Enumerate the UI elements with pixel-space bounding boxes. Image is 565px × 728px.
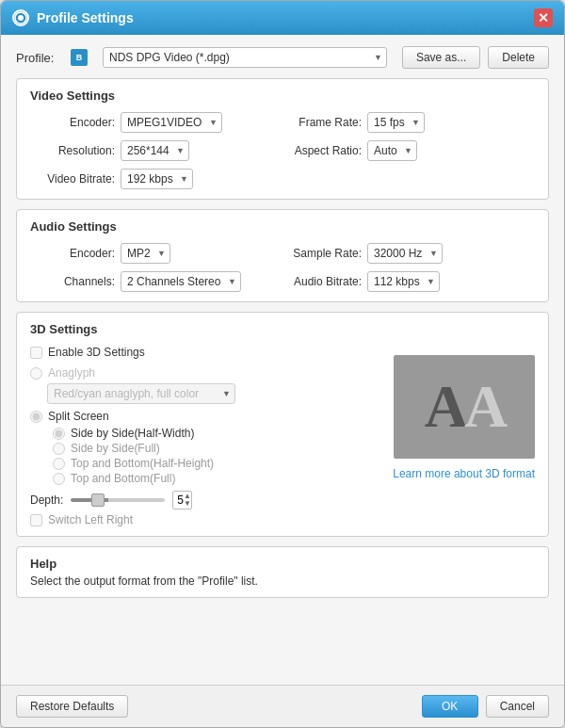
side-by-side-half-label: Side by Side(Half-Width) bbox=[71, 427, 194, 440]
restore-defaults-button[interactable]: Restore Defaults bbox=[16, 695, 128, 718]
preview-column: AA Learn more about 3D format bbox=[393, 346, 535, 526]
side-by-side-full-radio[interactable] bbox=[53, 443, 65, 455]
audio-encoder-select[interactable]: MP2 bbox=[121, 243, 170, 264]
footer: Restore Defaults OK Cancel bbox=[1, 685, 564, 727]
profile-select[interactable]: NDS DPG Video (*.dpg) bbox=[103, 47, 387, 68]
aspect-ratio-label: Aspect Ratio: bbox=[286, 144, 362, 157]
audio-encoder-label: Encoder: bbox=[30, 247, 115, 260]
split-screen-sub-options: Side by Side(Half-Width) Side by Side(Fu… bbox=[53, 427, 378, 485]
encoder-label: Encoder: bbox=[30, 116, 115, 129]
channels-select[interactable]: 2 Channels Stereo bbox=[121, 271, 241, 292]
close-button[interactable]: ✕ bbox=[534, 8, 553, 27]
depth-value-container: 5 ▲ ▼ bbox=[172, 491, 192, 510]
ok-button[interactable]: OK bbox=[422, 695, 478, 718]
side-by-side-half-row: Side by Side(Half-Width) bbox=[53, 427, 378, 440]
audio-settings-title: Audio Settings bbox=[30, 219, 535, 234]
sample-rate-select[interactable]: 32000 Hz bbox=[367, 243, 443, 264]
delete-button[interactable]: Delete bbox=[488, 46, 549, 69]
3d-preview-box: AA bbox=[394, 355, 535, 459]
dialog-title: Profile Settings bbox=[37, 10, 134, 25]
resolution-label: Resolution: bbox=[30, 144, 115, 157]
switch-left-right-checkbox[interactable] bbox=[30, 514, 42, 526]
app-icon bbox=[12, 9, 29, 26]
channels-row: Channels: 2 Channels Stereo bbox=[30, 271, 279, 292]
encoder-select-wrapper: MPEG1VIDEO bbox=[121, 112, 222, 133]
audio-encoder-select-wrapper: MP2 bbox=[121, 243, 170, 264]
preview-letter-left: A bbox=[425, 373, 464, 440]
depth-slider[interactable] bbox=[71, 498, 165, 502]
profile-settings-dialog: Profile Settings ✕ Profile: B NDS DPG Vi… bbox=[0, 0, 565, 728]
footer-right: OK Cancel bbox=[422, 695, 549, 718]
anaglyph-select[interactable]: Red/cyan anaglyph, full color bbox=[47, 383, 235, 404]
profile-label: Profile: bbox=[16, 51, 63, 65]
help-title: Help bbox=[30, 557, 535, 571]
sample-rate-label: Sample Rate: bbox=[286, 247, 362, 260]
split-screen-radio-row: Split Screen bbox=[30, 410, 378, 423]
profile-row: Profile: B NDS DPG Video (*.dpg) Save as… bbox=[16, 46, 549, 69]
svg-point-1 bbox=[18, 15, 24, 21]
video-bitrate-select[interactable]: 192 kbps bbox=[121, 169, 193, 189]
audio-settings-section: Audio Settings Encoder: MP2 Sample Rate:… bbox=[16, 209, 549, 302]
switch-left-right-label: Switch Left Right bbox=[48, 513, 133, 526]
side-by-side-half-radio[interactable] bbox=[53, 428, 65, 440]
side-by-side-full-label: Side by Side(Full) bbox=[71, 442, 160, 455]
split-screen-radio[interactable] bbox=[30, 411, 42, 423]
audio-bitrate-label: Audio Bitrate: bbox=[286, 275, 362, 288]
top-bottom-half-label: Top and Bottom(Half-Height) bbox=[71, 457, 214, 470]
help-text: Select the output format from the "Profi… bbox=[30, 574, 535, 588]
video-bitrate-select-wrapper: 192 kbps bbox=[121, 169, 193, 189]
anaglyph-radio[interactable] bbox=[30, 367, 42, 380]
anaglyph-select-wrapper: Red/cyan anaglyph, full color bbox=[47, 383, 235, 404]
anaglyph-label: Anaglyph bbox=[48, 366, 95, 380]
video-bitrate-label: Video Bitrate: bbox=[30, 172, 115, 186]
anaglyph-option-wrapper: Red/cyan anaglyph, full color bbox=[47, 383, 378, 404]
enable-3d-row: Enable 3D Settings bbox=[30, 346, 378, 359]
switch-left-right-row: Switch Left Right bbox=[30, 513, 378, 526]
audio-bitrate-select-wrapper: 112 kbps bbox=[367, 271, 440, 292]
split-screen-label: Split Screen bbox=[48, 410, 109, 423]
audio-bitrate-row: Audio Bitrate: 112 kbps bbox=[286, 271, 535, 292]
frame-rate-select[interactable]: 15 fps bbox=[367, 112, 425, 133]
aspect-ratio-select[interactable]: Auto bbox=[367, 140, 417, 161]
preview-letter-right: A bbox=[464, 373, 504, 440]
frame-rate-row: Frame Rate: 15 fps bbox=[286, 112, 535, 133]
resolution-select[interactable]: 256*144 bbox=[121, 140, 189, 161]
depth-label: Depth: bbox=[30, 493, 63, 507]
learn-more-wrapper: Learn more about 3D format bbox=[393, 466, 535, 480]
top-bottom-full-radio[interactable] bbox=[53, 473, 65, 485]
content-area: Profile: B NDS DPG Video (*.dpg) Save as… bbox=[1, 35, 564, 685]
video-settings-title: Video Settings bbox=[30, 89, 535, 103]
learn-more-link[interactable]: Learn more about 3D format bbox=[393, 467, 535, 480]
help-section: Help Select the output format from the "… bbox=[16, 546, 549, 598]
3d-settings-title: 3D Settings bbox=[30, 322, 535, 336]
video-settings-grid: Encoder: MPEG1VIDEO Frame Rate: 15 fps bbox=[30, 112, 535, 161]
title-bar: Profile Settings ✕ bbox=[1, 1, 564, 35]
frame-rate-select-wrapper: 15 fps bbox=[367, 112, 425, 133]
sample-rate-select-wrapper: 32000 Hz bbox=[367, 243, 443, 264]
3d-settings-body: Enable 3D Settings Anaglyph Red/cyan ana… bbox=[30, 346, 535, 526]
channels-select-wrapper: 2 Channels Stereo bbox=[121, 271, 241, 292]
3d-preview-text: AA bbox=[425, 377, 504, 437]
aspect-ratio-row: Aspect Ratio: Auto bbox=[286, 140, 535, 161]
3d-settings-section: 3D Settings Enable 3D Settings Anaglyph bbox=[16, 312, 549, 537]
resolution-row: Resolution: 256*144 bbox=[30, 140, 279, 161]
save-as-button[interactable]: Save as... bbox=[402, 46, 480, 69]
depth-row: Depth: 5 ▲ ▼ bbox=[30, 491, 378, 510]
audio-settings-grid: Encoder: MP2 Sample Rate: 32000 Hz bbox=[30, 243, 535, 292]
top-bottom-half-row: Top and Bottom(Half-Height) bbox=[53, 457, 378, 470]
profile-select-wrapper: NDS DPG Video (*.dpg) bbox=[103, 47, 387, 68]
video-bitrate-row: Video Bitrate: 192 kbps bbox=[30, 169, 535, 189]
audio-encoder-row: Encoder: MP2 bbox=[30, 243, 279, 264]
encoder-row: Encoder: MPEG1VIDEO bbox=[30, 112, 279, 133]
top-bottom-half-radio[interactable] bbox=[53, 458, 65, 470]
channels-label: Channels: bbox=[30, 275, 115, 288]
frame-rate-label: Frame Rate: bbox=[286, 116, 362, 129]
enable-3d-checkbox[interactable] bbox=[30, 347, 42, 359]
audio-bitrate-select[interactable]: 112 kbps bbox=[367, 271, 440, 292]
profile-type-icon: B bbox=[71, 49, 88, 66]
cancel-button[interactable]: Cancel bbox=[486, 695, 549, 718]
depth-spinner[interactable]: ▲ ▼ bbox=[184, 493, 191, 508]
sample-rate-row: Sample Rate: 32000 Hz bbox=[286, 243, 535, 264]
title-bar-left: Profile Settings bbox=[12, 9, 134, 26]
encoder-select[interactable]: MPEG1VIDEO bbox=[121, 112, 222, 133]
